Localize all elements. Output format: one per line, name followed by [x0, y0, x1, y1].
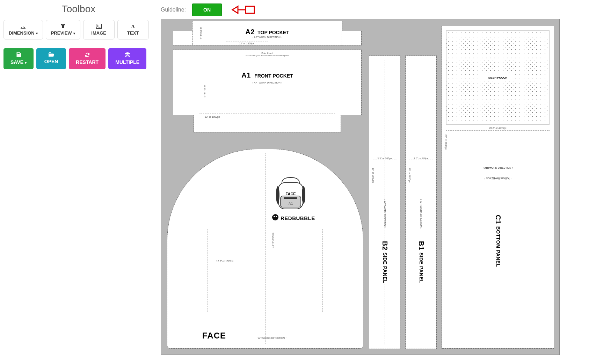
- a2-code: A2: [245, 28, 255, 36]
- text-button[interactable]: A TEXT: [117, 20, 149, 39]
- b1-height-dim: 19" or 2850px: [408, 168, 411, 183]
- a2-name: TOP POCKET: [257, 30, 289, 35]
- svg-rect-4: [284, 197, 297, 199]
- save-button[interactable]: SAVE▾: [3, 48, 34, 69]
- image-icon: [96, 24, 102, 29]
- brand-row: REDBUBBLE: [272, 214, 315, 222]
- app-root: Toolbox DIMENSION▾ PREVIEW▾ IMAGE: [0, 0, 596, 358]
- c1-dir-down: ↓ NOILƆƎ⋊IQ WOꞱꞱOꞱ ↓: [484, 177, 511, 180]
- b1-artwork-direction: ↓ ARTWORK DIRECTION ↓: [420, 199, 422, 230]
- a1-artwork-direction: ↑ ARTWORK DIRECTION ↑: [173, 81, 361, 84]
- redbubble-logo-icon: [272, 214, 278, 222]
- a1-code: A1: [241, 71, 251, 79]
- multiple-button[interactable]: MULTIPLE: [108, 48, 146, 69]
- c1-height-dim: 20" or 3000px: [445, 134, 447, 150]
- svg-rect-9: [276, 216, 277, 217]
- panel-face: FACE A1 REDBUBBLE 12.5" or 1875px 16" or…: [167, 149, 363, 348]
- a2-height-dim: 4" or 500px: [199, 27, 202, 39]
- b2-height-dim: 19" or 2850px: [372, 168, 375, 183]
- b2-width-dim: 3.3" or 540px: [377, 157, 392, 160]
- multiple-label: MULTIPLE: [115, 59, 139, 65]
- dimension-button[interactable]: DIMENSION▾: [3, 20, 43, 39]
- guideline-label: Guideline:: [161, 7, 186, 13]
- mesh-pouch-label: MESH POUCH: [482, 74, 514, 81]
- toolbox-title: Toolbox: [3, 3, 154, 15]
- main-area: Guideline: ON A2 TOP POCKET ↑ ARTWORK DI…: [161, 3, 593, 355]
- mesh-pouch-area: MESH POUCH: [446, 30, 550, 125]
- a1-width-dim: 12" or 1800px: [205, 116, 220, 118]
- tool-row-primary: DIMENSION▾ PREVIEW▾ IMAGE A TEXT: [3, 20, 154, 39]
- panel-b1-side: 3.6" or 540px 19" or 2850px ↓ ARTWORK DI…: [406, 56, 436, 349]
- brand-label: REDBUBBLE: [281, 215, 315, 221]
- preview-button[interactable]: PREVIEW▾: [46, 20, 80, 39]
- chevron-down-icon: ▾: [73, 31, 75, 35]
- face-height-dim: 16" or 2750px: [271, 232, 274, 247]
- toolbox-sidebar: Toolbox DIMENSION▾ PREVIEW▾ IMAGE: [3, 3, 161, 355]
- preview-label: PREVIEW: [51, 30, 72, 36]
- b1-name: SIDE PANEL: [419, 253, 424, 283]
- dimension-label: DIMENSION: [9, 30, 35, 36]
- tshirt-icon: [60, 24, 66, 29]
- b1-width-dim: 3.6" or 540px: [414, 157, 428, 160]
- a2-artwork-direction: ↑ ARTWORK DIRECTION ↑: [252, 36, 283, 38]
- a2-width-dim: 12" or 1800px: [226, 42, 268, 45]
- b1-code: B1: [417, 241, 425, 250]
- b2-code: B2: [381, 241, 389, 250]
- chevron-down-icon: ▾: [36, 31, 38, 35]
- svg-point-1: [97, 25, 98, 26]
- text-label: TEXT: [127, 30, 139, 36]
- callout-arrow-icon: [228, 3, 256, 16]
- panel-c1-bottom: MESH POUCH 28.5" or 4275px 20" or 3000px…: [442, 26, 554, 348]
- c1-width-dim: 28.5" or 4275px: [489, 127, 506, 129]
- c1-name: BOTTOM PANEL: [495, 226, 501, 267]
- panel-b2-side: 3.3" or 540px 19" or 2850px ↓ ARTWORK DI…: [369, 56, 400, 349]
- save-label: SAVE: [10, 59, 23, 65]
- template-canvas[interactable]: A2 TOP POCKET ↑ ARTWORK DIRECTION ↑ 12" …: [161, 19, 560, 355]
- svg-rect-8: [274, 216, 275, 217]
- chevron-down-icon: ▾: [25, 61, 27, 65]
- folder-open-icon: [49, 52, 54, 57]
- restart-button[interactable]: RESTART: [69, 48, 106, 69]
- open-label: OPEN: [44, 59, 58, 64]
- guideline-toggle-button[interactable]: ON: [192, 3, 222, 16]
- b2-artwork-direction: ↓ ARTWORK DIRECTION ↓: [384, 199, 386, 230]
- tool-row-actions: SAVE▾ OPEN RESTART MULTIPLE: [3, 48, 154, 69]
- face-label: FACE: [202, 331, 226, 341]
- guideline-bar: Guideline: ON: [161, 3, 593, 16]
- panel-a2-top-pocket: A2 TOP POCKET ↑ ARTWORK DIRECTION ↑ 12" …: [192, 21, 342, 45]
- restart-label: RESTART: [76, 59, 99, 65]
- svg-point-7: [272, 214, 278, 220]
- a1-name: FRONT POCKET: [254, 73, 293, 79]
- panel-a1-front-pocket: Print bleed Make sure your artwork also …: [173, 50, 361, 132]
- c1-code: C1: [494, 215, 502, 224]
- a1-bleed-label: Print bleed: [173, 50, 361, 54]
- refresh-icon: [85, 52, 90, 58]
- bag-face-label: FACE: [271, 192, 310, 196]
- image-button[interactable]: IMAGE: [83, 20, 115, 39]
- text-icon: A: [131, 24, 135, 29]
- a1-height-dim: 5" or 750px: [203, 85, 206, 97]
- face-artwork-direction: ↑ ARTWORK DIRECTION ↑: [256, 337, 287, 339]
- b2-name: SIDE PANEL: [382, 253, 388, 283]
- image-label: IMAGE: [91, 30, 106, 36]
- c1-dir-up: ↑ ARTWORK DIRECTION ↑: [482, 167, 513, 169]
- save-icon: [16, 52, 21, 58]
- a1-bleed-note: Make sure your artwork also covers this …: [173, 54, 361, 57]
- face-width-dim: 12.5" or 1875px: [216, 260, 233, 262]
- layers-icon: [125, 52, 130, 58]
- ruler-icon: [20, 24, 26, 29]
- bag-a1-label: A1: [271, 202, 310, 205]
- open-button[interactable]: OPEN: [36, 48, 66, 69]
